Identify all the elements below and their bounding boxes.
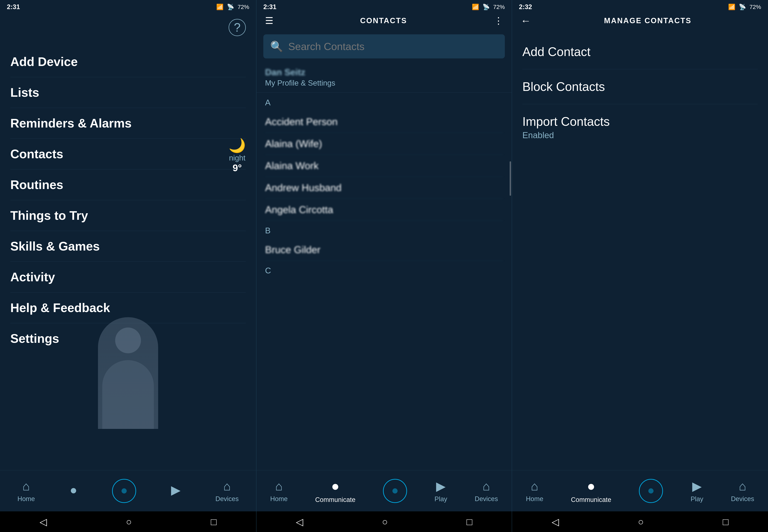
android-back-panel1[interactable]: ◁: [40, 516, 47, 527]
home-icon-panel1: ⌂: [22, 479, 30, 493]
time-panel3: 2:32: [519, 3, 532, 11]
bottom-nav-panel1: ⌂ Home ● ▶ ⌂ Devices: [0, 470, 256, 511]
section-letter-c: C: [265, 261, 503, 279]
import-contacts-option[interactable]: Import Contacts Enabled: [522, 104, 758, 151]
menu-item-activity[interactable]: Activity: [10, 262, 246, 292]
import-contacts-subtitle: Enabled: [522, 130, 758, 140]
menu-item-skills-games[interactable]: Skills & Games: [10, 231, 246, 262]
contact-accident-person[interactable]: Accident Person: [265, 111, 503, 133]
contact-alaina-wife[interactable]: Alaina (Wife): [265, 133, 503, 155]
nav-play-label-p2: Play: [435, 495, 447, 503]
status-icons-panel2: 📶 📡 72%: [472, 3, 505, 10]
nav-communicate-panel3[interactable]: ● Communicate: [571, 478, 611, 503]
play-icon-p2: ▶: [436, 479, 446, 493]
nav-devices-panel2[interactable]: ⌂ Devices: [475, 479, 498, 503]
android-back-p2[interactable]: ◁: [296, 516, 303, 527]
more-options-icon[interactable]: ⋮: [494, 15, 503, 26]
android-home-p2[interactable]: ○: [382, 516, 388, 527]
nav-communicate-panel2[interactable]: ● Communicate: [315, 478, 355, 503]
signal-icon-p2: 📶: [472, 3, 479, 10]
android-back-p3[interactable]: ◁: [552, 516, 559, 527]
contacts-list-area: A Accident Person Alaina (Wife) Alaina W…: [256, 93, 512, 470]
nav-play-panel2[interactable]: ▶ Play: [435, 479, 447, 503]
android-home-panel1[interactable]: ○: [126, 516, 132, 527]
nav-communicate-panel1[interactable]: ●: [70, 483, 77, 499]
contact-angela-circotta[interactable]: Angela Circotta: [265, 199, 503, 221]
profile-section[interactable]: Dan Seitz My Profile & Settings: [256, 64, 512, 93]
nav-alexa-panel2[interactable]: [383, 479, 407, 503]
bottom-nav-panel2: ⌂ Home ● Communicate ▶ Play ⌂ Devices: [256, 470, 512, 511]
android-recents-p3[interactable]: □: [723, 516, 728, 527]
bg-image-area: [0, 309, 256, 429]
time-panel1: 2:31: [7, 3, 20, 11]
search-bar[interactable]: 🔍: [263, 34, 505, 58]
manage-contacts-header: ← MANAGE CONTACTS: [512, 14, 768, 27]
contacts-list: A Accident Person Alaina (Wife) Alaina W…: [256, 93, 512, 470]
hamburger-menu[interactable]: ☰: [265, 15, 273, 26]
help-icon[interactable]: ?: [229, 19, 246, 36]
alexa-button-panel3[interactable]: [639, 479, 663, 503]
android-recents-p2[interactable]: □: [467, 516, 472, 527]
nav-communicate-label-p2: Communicate: [315, 496, 355, 503]
time-panel2: 2:31: [263, 3, 276, 11]
nav-play-panel1[interactable]: ▶: [171, 483, 180, 499]
play-icon-p3: ▶: [692, 479, 702, 493]
menu-item-reminders[interactable]: Reminders & Alarms: [10, 108, 246, 139]
menu-item-contacts[interactable]: Contacts: [10, 139, 246, 169]
alexa-button-panel1[interactable]: [112, 479, 136, 503]
nav-home-label-panel1: Home: [17, 495, 35, 503]
battery-icon-p3: 72%: [749, 4, 761, 10]
nav-home-panel2[interactable]: ⌂ Home: [270, 479, 287, 503]
nav-home-panel3[interactable]: ⌂ Home: [526, 479, 543, 503]
contact-alaina-work[interactable]: Alaina Work: [265, 155, 503, 177]
import-contacts-title: Import Contacts: [522, 114, 758, 129]
menu-item-things-to-try[interactable]: Things to Try: [10, 200, 246, 231]
nav-play-panel3[interactable]: ▶ Play: [691, 479, 703, 503]
alexa-button-panel2[interactable]: [383, 479, 407, 503]
search-input[interactable]: [288, 41, 498, 52]
devices-icon-panel1: ⌂: [223, 479, 231, 493]
nav-devices-panel1[interactable]: ⌂ Devices: [215, 479, 238, 503]
menu-item-lists[interactable]: Lists: [10, 77, 246, 108]
wifi-icon-p3: 📡: [739, 3, 746, 10]
status-bar-panel1: 2:31 📶 📡 72%: [0, 0, 256, 14]
alexa-button-inner-p3: [648, 488, 654, 494]
person-image: [98, 317, 158, 429]
section-letter-b: B: [265, 221, 503, 239]
search-icon: 🔍: [270, 40, 283, 53]
status-icons-panel3: 📶 📡 72%: [728, 3, 761, 10]
block-contacts-title: Block Contacts: [522, 80, 758, 94]
scroll-indicator: [510, 161, 511, 196]
android-recents-panel1[interactable]: □: [211, 516, 216, 527]
contacts-header: ☰ CONTACTS ⋮: [256, 14, 512, 27]
android-home-p3[interactable]: ○: [638, 516, 644, 527]
nav-alexa-panel1[interactable]: [112, 479, 136, 503]
status-bar-panel2: 2:31 📶 📡 72%: [256, 0, 512, 14]
android-nav-panel1: ◁ ○ □: [0, 511, 256, 532]
contacts-panel: 2:31 📶 📡 72% ☰ CONTACTS ⋮ 🔍 Dan Seitz My…: [256, 0, 512, 532]
devices-icon-p3: ⌂: [739, 479, 746, 493]
nav-devices-label-panel1: Devices: [215, 495, 238, 503]
bottom-nav-panel3: ⌂ Home ● Communicate ▶ Play ⌂ Devices: [512, 470, 768, 511]
person-body: [102, 360, 154, 429]
menu-item-routines[interactable]: Routines: [10, 169, 246, 200]
alexa-button-inner-p2: [393, 488, 398, 494]
nav-devices-panel3[interactable]: ⌂ Devices: [731, 479, 754, 503]
contacts-title: CONTACTS: [273, 16, 494, 25]
side-menu-panel: 2:31 📶 📡 72% ? 🌙 night 9° Add Dev: [0, 0, 256, 532]
contact-andrew-husband[interactable]: Andrew Husband: [265, 177, 503, 199]
add-contact-title: Add Contact: [522, 45, 758, 59]
battery-icon: 72%: [237, 4, 249, 10]
play-icon-panel1: ▶: [171, 483, 180, 497]
communicate-icon-panel1: ●: [70, 483, 77, 497]
nav-devices-label-p2: Devices: [475, 495, 498, 503]
menu-item-add-device[interactable]: Add Device: [10, 46, 246, 77]
nav-home-panel1[interactable]: ⌂ Home: [17, 479, 35, 503]
contact-bruce-gilder[interactable]: Bruce Gilder: [265, 239, 503, 261]
profile-subtitle: My Profile & Settings: [265, 79, 503, 87]
devices-icon-p2: ⌂: [483, 479, 490, 493]
back-arrow-button[interactable]: ←: [521, 15, 531, 27]
block-contacts-option[interactable]: Block Contacts: [522, 69, 758, 104]
add-contact-option[interactable]: Add Contact: [522, 34, 758, 69]
nav-alexa-panel3[interactable]: [639, 479, 663, 503]
